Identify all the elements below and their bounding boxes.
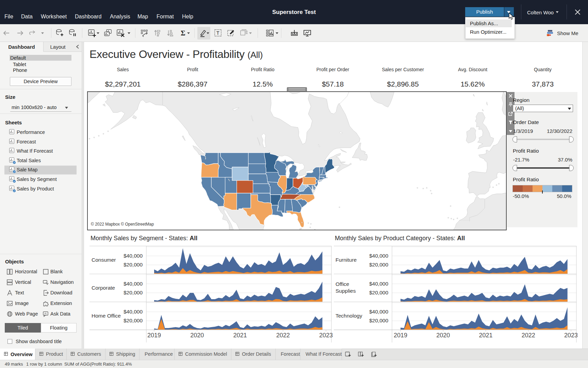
svg-text:2019: 2019 — [394, 332, 407, 339]
svg-text:$40,000: $40,000 — [124, 281, 143, 287]
svg-text:Furniture: Furniture — [336, 257, 357, 263]
svg-text:$40,000: $40,000 — [369, 309, 388, 315]
svg-text:2021: 2021 — [233, 332, 247, 339]
svg-text:$40,000: $40,000 — [124, 309, 143, 315]
svg-text:Technology: Technology — [336, 313, 362, 319]
svg-text:T: T — [216, 30, 219, 36]
svg-text:Σ: Σ — [181, 29, 185, 37]
svg-text:$40,000: $40,000 — [369, 281, 388, 287]
svg-text:Consumer: Consumer — [92, 257, 116, 263]
svg-text:2021: 2021 — [479, 332, 493, 339]
svg-text:Supplies: Supplies — [336, 288, 356, 294]
svg-text:$40,000: $40,000 — [369, 253, 388, 259]
svg-text:Office: Office — [336, 281, 349, 287]
svg-text:2022: 2022 — [276, 332, 290, 339]
svg-text:$20,000: $20,000 — [124, 290, 143, 295]
svg-text:2020: 2020 — [436, 332, 450, 339]
svg-text:2023: 2023 — [564, 332, 577, 339]
svg-text:$40,000: $40,000 — [124, 253, 143, 259]
svg-text:2022: 2022 — [522, 332, 535, 339]
svg-text:$20,000: $20,000 — [369, 318, 388, 323]
svg-text:$20,000: $20,000 — [369, 290, 388, 295]
svg-text:$20,000: $20,000 — [124, 318, 143, 323]
svg-text:Home Office: Home Office — [92, 313, 121, 319]
svg-text:Corporate: Corporate — [92, 285, 115, 291]
svg-text:2020: 2020 — [190, 332, 204, 339]
svg-text:2019: 2019 — [147, 332, 161, 339]
svg-text:© 2022 Mapbox © OpenStreetMap: © 2022 Mapbox © OpenStreetMap — [91, 222, 154, 227]
svg-text:2023: 2023 — [319, 332, 333, 339]
svg-text:$20,000: $20,000 — [369, 262, 388, 267]
svg-text:$20,000: $20,000 — [124, 262, 143, 267]
